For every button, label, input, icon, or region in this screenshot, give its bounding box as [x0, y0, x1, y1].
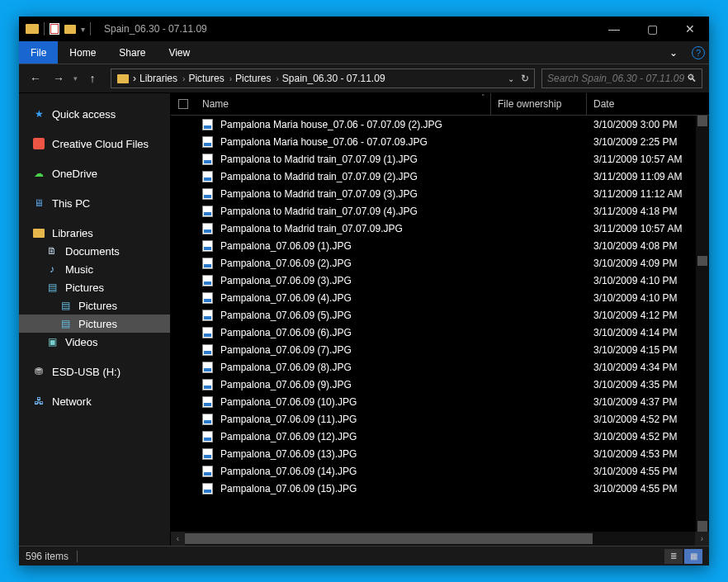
column-file-ownership[interactable]: File ownership	[491, 93, 587, 115]
jpg-file-icon	[201, 413, 214, 426]
file-row[interactable]: Pampalona_07.06.09 (12).JPG3/10/2009 4:5…	[171, 428, 709, 445]
file-row[interactable]: Pampalona_07.06.09 (4).JPG3/10/2009 4:10…	[171, 289, 709, 306]
select-all-checkbox[interactable]	[171, 93, 196, 115]
column-date[interactable]: Date	[587, 93, 709, 115]
file-row[interactable]: Pampalona_07.06.09 (7).JPG3/10/2009 4:15…	[171, 341, 709, 358]
folder-icon	[26, 24, 39, 34]
file-row[interactable]: Pampalona_07.06.09 (9).JPG3/10/2009 4:35…	[171, 376, 709, 393]
sidebar-usb-drive[interactable]: ⛃ESD-USB (H:)	[19, 362, 170, 381]
file-date: 3/11/2009 11:12 AM	[587, 188, 709, 200]
jpg-file-icon	[201, 447, 214, 461]
tab-share[interactable]: Share	[107, 41, 157, 64]
tab-view[interactable]: View	[157, 41, 201, 64]
file-name: Pampalona_07.06.09 (11).JPG	[220, 414, 491, 425]
crumb-current[interactable]: Spain_06.30 - 07.11.09	[282, 73, 385, 84]
sidebar-libraries[interactable]: Libraries	[19, 224, 170, 242]
file-row[interactable]: Pampalona Maria house_07.06 - 07.07.09 (…	[171, 116, 709, 133]
file-date: 3/10/2009 4:10 PM	[587, 275, 709, 286]
sidebar-quick-access[interactable]: ★Quick access	[19, 105, 170, 123]
new-folder-icon[interactable]	[64, 25, 76, 34]
sidebar-pictures[interactable]: ▤Pictures	[19, 278, 170, 296]
refresh-icon[interactable]: ↻	[521, 73, 529, 84]
scroll-left-arrow[interactable]: ‹	[171, 532, 185, 546]
jpg-file-icon	[201, 274, 214, 287]
address-bar[interactable]: › Libraries› Pictures› Pictures› Spain_0…	[111, 69, 535, 88]
close-button[interactable]: ✕	[671, 17, 709, 41]
file-name: Pampalona_07.06.09 (3).JPG	[220, 275, 491, 286]
file-row[interactable]: Pampalona_07.06.09 (5).JPG3/10/2009 4:12…	[171, 306, 709, 324]
search-input[interactable]	[547, 73, 687, 84]
file-row[interactable]: Pampalona_07.06.09 (15).JPG3/10/2009 4:5…	[171, 480, 709, 497]
sidebar-creative-cloud[interactable]: Creative Cloud Files	[19, 135, 170, 153]
crumb-pictures-2[interactable]: Pictures›	[235, 73, 279, 84]
jpg-file-icon	[201, 361, 214, 374]
sidebar-pictures-sub[interactable]: ▤Pictures	[19, 296, 170, 315]
sidebar-documents[interactable]: 🗎Documents	[19, 242, 170, 260]
scroll-down-arrow[interactable]	[697, 521, 707, 532]
file-row[interactable]: Pampalona to Madrid train_07.07.09 (1).J…	[171, 150, 709, 168]
vertical-scrollbar[interactable]	[696, 116, 709, 532]
file-row[interactable]: Pampalona_07.06.09 (11).JPG3/10/2009 4:5…	[171, 410, 709, 428]
file-date: 3/10/2009 4:12 PM	[587, 310, 709, 321]
file-row[interactable]: Pampalona_07.06.09 (13).JPG3/10/2009 4:5…	[171, 445, 709, 462]
file-row[interactable]: Pampalona_07.06.09 (2).JPG3/10/2009 4:09…	[171, 254, 709, 272]
help-button[interactable]: ?	[688, 41, 709, 64]
properties-icon[interactable]	[50, 23, 59, 35]
jpg-file-icon	[201, 222, 214, 235]
scrollbar-thumb[interactable]	[697, 256, 707, 266]
file-date: 3/10/2009 4:35 PM	[587, 379, 709, 390]
sidebar-onedrive[interactable]: ☁OneDrive	[19, 164, 170, 182]
ribbon-expand-icon[interactable]: ⌄	[659, 41, 688, 64]
file-row[interactable]: Pampalona to Madrid train_07.07.09 (2).J…	[171, 168, 709, 185]
sidebar-videos[interactable]: ▣Videos	[19, 333, 170, 351]
horizontal-scrollbar[interactable]: ‹ ›	[171, 532, 709, 546]
file-date: 3/10/2009 4:34 PM	[587, 362, 709, 373]
details-view-button[interactable]: ≣	[664, 549, 683, 564]
search-box[interactable]: 🔍︎	[541, 69, 702, 88]
file-name: Pampalona_07.06.09 (12).JPG	[220, 431, 491, 442]
back-button[interactable]: ←	[26, 69, 45, 88]
up-button[interactable]: ↑	[83, 69, 102, 88]
file-row[interactable]: Pampalona_07.06.09 (14).JPG3/10/2009 4:5…	[171, 462, 709, 480]
file-date: 3/10/2009 4:53 PM	[587, 448, 709, 460]
crumb-pictures[interactable]: Pictures›	[188, 73, 232, 84]
search-icon[interactable]: 🔍︎	[687, 73, 697, 84]
file-row[interactable]: Pampalona Maria house_07.06 - 07.07.09.J…	[171, 133, 709, 150]
recent-locations-icon[interactable]: ▾	[72, 74, 79, 83]
file-row[interactable]: Pampalona to Madrid train_07.07.09 (4).J…	[171, 202, 709, 220]
sidebar-music[interactable]: ♪Music	[19, 260, 170, 278]
address-dropdown-icon[interactable]: ⌄	[508, 74, 514, 83]
forward-button[interactable]: →	[49, 69, 69, 88]
file-row[interactable]: Pampalona_07.06.09 (8).JPG3/10/2009 4:34…	[171, 358, 709, 376]
minimize-button[interactable]: —	[595, 17, 633, 41]
h-scrollbar-thumb[interactable]	[185, 533, 593, 544]
sidebar-network[interactable]: 🖧Network	[19, 392, 170, 410]
file-list[interactable]: Pampalona Maria house_07.06 - 07.07.09 (…	[171, 116, 709, 532]
scroll-right-arrow[interactable]: ›	[695, 532, 709, 546]
file-row[interactable]: Pampalona_07.06.09 (10).JPG3/10/2009 4:3…	[171, 393, 709, 410]
column-name[interactable]: Name	[196, 93, 491, 115]
file-row[interactable]: Pampalona_07.06.09 (6).JPG3/10/2009 4:14…	[171, 324, 709, 341]
jpg-file-icon	[201, 239, 214, 253]
maximize-button[interactable]: ▢	[633, 17, 671, 41]
file-name: Pampalona to Madrid train_07.07.09.JPG	[220, 223, 491, 234]
titlebar[interactable]: ▾ Spain_06.30 - 07.11.09 — ▢ ✕	[19, 17, 709, 41]
chevron-right-icon[interactable]: ›	[133, 73, 136, 84]
qat-dropdown-icon[interactable]: ▾	[81, 25, 85, 34]
file-row[interactable]: Pampalona_07.06.09 (3).JPG3/10/2009 4:10…	[171, 272, 709, 289]
sidebar-pictures-selected[interactable]: ▤Pictures	[19, 315, 170, 333]
tab-file[interactable]: File	[19, 41, 58, 64]
file-row[interactable]: Pampalona_07.06.09 (1).JPG3/10/2009 4:08…	[171, 237, 709, 254]
file-date: 3/10/2009 4:52 PM	[587, 431, 709, 442]
sidebar-this-pc[interactable]: 🖥This PC	[19, 194, 170, 212]
thumbnails-view-button[interactable]: ▦	[684, 549, 702, 564]
jpg-file-icon	[201, 205, 214, 218]
file-row[interactable]: Pampalona to Madrid train_07.07.09 (3).J…	[171, 185, 709, 202]
crumb-libraries[interactable]: Libraries›	[139, 73, 185, 84]
tab-home[interactable]: Home	[58, 41, 107, 64]
scroll-up-arrow[interactable]	[697, 116, 707, 126]
file-row[interactable]: Pampalona to Madrid train_07.07.09.JPG3/…	[171, 220, 709, 237]
item-count: 596 items	[26, 551, 69, 562]
file-name: Pampalona to Madrid train_07.07.09 (3).J…	[220, 188, 491, 200]
window-controls: — ▢ ✕	[595, 17, 709, 41]
